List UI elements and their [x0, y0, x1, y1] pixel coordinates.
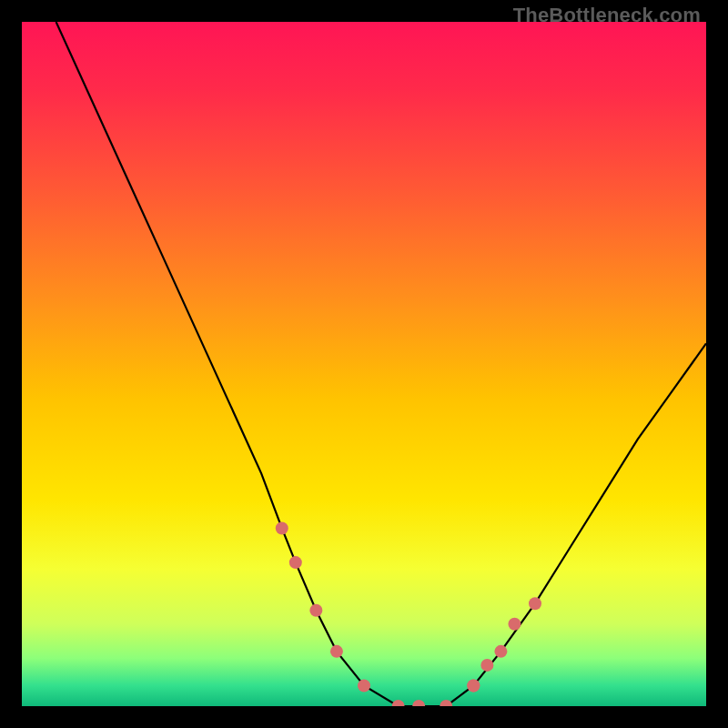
dot — [494, 645, 507, 658]
dot — [467, 679, 480, 692]
plot-frame — [22, 22, 706, 706]
dot — [529, 597, 541, 610]
plot-svg — [22, 22, 706, 706]
dot — [508, 618, 521, 631]
dot — [358, 679, 370, 692]
plot-background — [22, 22, 706, 706]
dot — [330, 645, 343, 658]
dot — [276, 521, 288, 534]
dot — [480, 659, 493, 672]
watermark-text: TheBottleneck.com — [513, 4, 701, 27]
dot — [289, 556, 302, 569]
dot — [309, 604, 322, 617]
